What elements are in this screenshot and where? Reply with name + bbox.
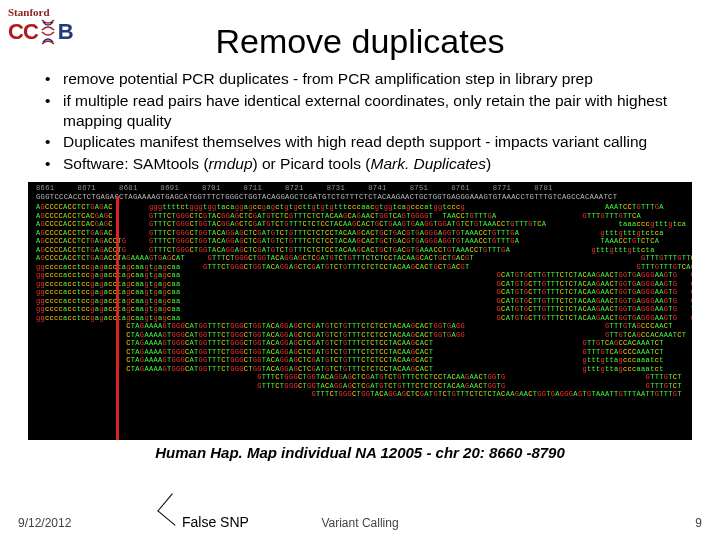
logo-stanford-text: Stanford xyxy=(8,6,73,18)
list-item: remove potential PCR duplicates - from P… xyxy=(45,69,690,89)
viewer-caption: Human Hap. Map individual NA 12005 - chr… xyxy=(0,444,720,461)
dna-helix-icon xyxy=(39,18,57,46)
read-row: AGCCCCACCTCTGAGACCTAGAAAAGTGAGCAT GTTTCT… xyxy=(36,254,692,263)
read-row: ggccccacctccgagacctagcaagtgagcaa GCATGTG… xyxy=(36,305,692,314)
read-row: GTTTCTGGGCTGGTACAGGAGCTCGATGTCTGTTTCTCTC… xyxy=(36,390,692,399)
read-row: CTAGAAAAGTGGGCATGGTTTCTGGGCTGGTACAGGAGCT… xyxy=(36,322,692,331)
read-row: ggccccacctccgagacctagcaagtgagcaa GCATGTG… xyxy=(36,271,692,280)
footer-date: 9/12/2012 xyxy=(18,516,71,530)
footer-page-number: 9 xyxy=(695,516,702,530)
read-row: CTAGAAAAGTGGGCATGGTTTCTGGGCTGGTACAGGAGCT… xyxy=(36,356,692,365)
read-row: CTAGAAAAGTGGGCATGGTTTCTGGGCTGGTACAGGAGCT… xyxy=(36,339,692,348)
false-snp-label: False SNP xyxy=(182,514,249,530)
read-row: CTAGAAAAGTGGGCATGGTTTCTGGGCTGGTACAGGAGCT… xyxy=(36,331,692,340)
read-row: CTAGAAAAGTGGGCATGGTTTCTGGGCTGGTACAGGAGCT… xyxy=(36,348,692,357)
read-row: AGCCCCACCTCTGAGAC GTTTCTGGGCTGGTACAGGAGC… xyxy=(36,229,692,238)
logo-ccsb-text: CC B xyxy=(8,18,73,46)
read-row: ggccccacctccgagacctagcaagtgagcaa GCATGTG… xyxy=(36,288,692,297)
page-title: Remove duplicates xyxy=(0,22,720,61)
read-row: AGCCCCACCTCTGAGAC gggttttctgggtggtacagga… xyxy=(36,203,692,212)
read-row: ggccccacctccgagacctagcaagtgagcaa GCATGTG… xyxy=(36,280,692,289)
read-row: GTTTCTGGGCTGGTACAGGAGCTCGATGTCTGTTTCTCTC… xyxy=(36,382,692,391)
read-row: AGCCCCACCTCACGAGC GTTTCTGGGCTCGTACGGAGCT… xyxy=(36,212,692,221)
read-row: ggccccacctccgagacctagcaagtgagcaa GCATGTG… xyxy=(36,297,692,306)
read-row: CTAGAAAAGTGGGCATGGTTTCTGGGCTGGTACAGGAGCT… xyxy=(36,365,692,374)
read-row: ggccccacctccgagacctagcaagtgagcaa GCATGTG… xyxy=(36,314,692,323)
bullet-list: remove potential PCR duplicates - from P… xyxy=(45,69,690,174)
snp-highlight-bar xyxy=(116,196,119,440)
read-row: AGCCCCACCTCACGAGC GTTTCTGGGCTGGTACGGAGCT… xyxy=(36,220,692,229)
read-row: AGCCCCACCTCTGAGACCTG GTTTCTGGGCTGGTACAGG… xyxy=(36,246,692,255)
read-row: ggccccacctccgagacctagcaagtgagcaa GTTTCTG… xyxy=(36,263,692,272)
footer-center: Variant Calling xyxy=(321,516,398,530)
read-row: GTTTCTGGGCTGGTACAGGAGCTCGATGTCTGTTTCTCTC… xyxy=(36,373,692,382)
consensus-sequence: GGGTCCCACCTCTGAGACCTAGAAAAGTGAGCATGGTTTC… xyxy=(28,193,692,202)
list-item: Software: SAMtools (rmdup) or Picard too… xyxy=(45,154,690,174)
read-row: AGCCCCACCTCTGAGACCTG GTTTCTGGGCTGGTACAGG… xyxy=(36,237,692,246)
alignment-viewer: 8661 8671 8681 8691 8701 8711 8721 8731 … xyxy=(28,182,692,440)
list-item: if multiple read pairs have identical ex… xyxy=(45,91,690,131)
position-ruler: 8661 8671 8681 8691 8701 8711 8721 8731 … xyxy=(28,182,692,193)
aligned-reads: AGCCCCACCTCTGAGAC gggttttctgggtggtacagga… xyxy=(28,201,692,399)
list-item: Duplicates manifest themselves with high… xyxy=(45,132,690,152)
stanford-ccsb-logo: Stanford CC B xyxy=(8,6,73,46)
